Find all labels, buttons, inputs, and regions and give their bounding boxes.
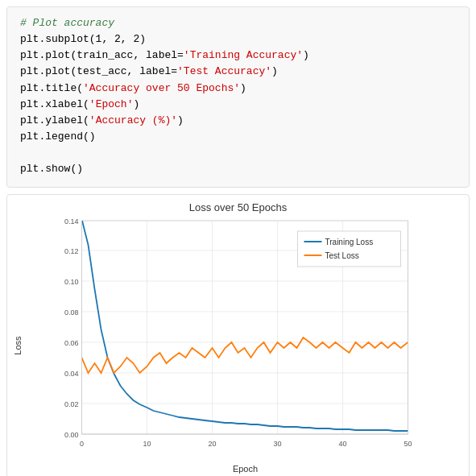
y-axis-label: Loss (13, 336, 23, 354)
code-line-6: plt.ylabel('Accuracy (%)') (20, 113, 456, 129)
chart-title: Loss over 50 Epochs (10, 201, 466, 213)
x-axis-label: Epoch (25, 464, 466, 474)
chart-area: Loss (10, 217, 466, 474)
svg-text:20: 20 (208, 440, 216, 448)
svg-text:50: 50 (404, 440, 412, 448)
svg-text:30: 30 (273, 440, 281, 448)
code-line-4: plt.title('Accuracy over 50 Epochs') (20, 81, 456, 97)
svg-text:0.00: 0.00 (64, 431, 79, 439)
code-line-2: plt.plot(train_acc, label='Training Accu… (20, 48, 456, 64)
svg-text:0: 0 (80, 440, 84, 448)
code-comment: # Plot accuracy (20, 15, 456, 31)
chart-container: Loss over 50 Epochs Loss (6, 194, 470, 476)
code-line-5: plt.xlabel('Epoch') (20, 97, 456, 113)
legend-test-label: Test Loss (325, 251, 359, 260)
svg-text:10: 10 (143, 440, 151, 448)
svg-text:0.02: 0.02 (64, 400, 79, 408)
svg-text:0.14: 0.14 (64, 217, 79, 226)
svg-text:0.12: 0.12 (64, 247, 79, 255)
chart-svg: 0.00 0.02 0.04 0.06 0.08 0.10 0.12 0.14 … (25, 217, 466, 458)
svg-text:0.10: 0.10 (64, 278, 79, 286)
svg-text:0.08: 0.08 (64, 308, 79, 317)
code-block: # Plot accuracy plt.subplot(1, 2, 2) plt… (6, 6, 470, 188)
code-line-7: plt.legend() (20, 129, 456, 145)
chart-inner: 0.00 0.02 0.04 0.06 0.08 0.10 0.12 0.14 … (25, 217, 466, 474)
y-axis-label-container: Loss (10, 217, 25, 474)
svg-text:40: 40 (338, 440, 346, 448)
code-line-show: plt.show() (20, 161, 456, 177)
svg-text:0.04: 0.04 (64, 370, 79, 378)
legend-training-label: Training Loss (325, 238, 374, 246)
code-line-blank (20, 145, 456, 161)
code-line-3: plt.plot(test_acc, label='Test Accuracy'… (20, 64, 456, 80)
svg-text:0.06: 0.06 (64, 339, 79, 347)
code-line-1: plt.subplot(1, 2, 2) (20, 31, 456, 48)
svg-rect-31 (298, 231, 401, 267)
